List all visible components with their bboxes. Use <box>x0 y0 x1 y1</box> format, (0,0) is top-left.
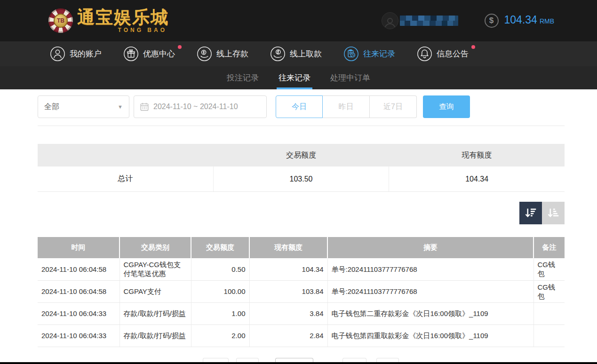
range-button-last7days[interactable]: 近7日 <box>370 95 417 118</box>
cell-amount: 0.50 <box>191 258 249 280</box>
sort-descending-button[interactable] <box>519 202 542 224</box>
cell-amount: 2.00 <box>191 324 249 347</box>
nav-item-my-account[interactable]: 我的账户 <box>50 46 102 62</box>
cell-balance: 2.84 <box>249 324 327 347</box>
range-label: 昨日 <box>339 102 354 112</box>
nav-item-withdraw[interactable]: 线上取款 <box>270 46 322 62</box>
record-subtabs: 投注记录 往来记录 处理中订单 <box>0 66 597 89</box>
deposit-icon <box>197 46 212 62</box>
blurred-username <box>400 16 458 26</box>
tab-processing-orders[interactable]: 处理中订单 <box>329 66 371 89</box>
cell-balance: 104.34 <box>249 258 327 280</box>
type-select-value: 全部 <box>44 102 59 112</box>
col-header-note: 备注 <box>533 237 565 258</box>
nav-item-promotions[interactable]: 优惠中心 <box>123 46 175 62</box>
balance-currency: RMB <box>540 17 554 25</box>
calendar-icon <box>140 102 149 111</box>
col-header-summary: 摘要 <box>327 237 533 258</box>
pagination-button-stub[interactable] <box>236 358 259 362</box>
nav-label: 线上取款 <box>290 48 322 59</box>
nav-label: 信息公告 <box>437 48 469 59</box>
filter-divider <box>38 126 565 126</box>
nav-label: 优惠中心 <box>143 48 175 59</box>
summary-table: 交易额度 现有额度 总计 103.50 104.34 <box>38 144 565 192</box>
range-label: 今日 <box>292 102 307 112</box>
bell-icon <box>417 46 432 62</box>
col-header-balance: 现有额度 <box>249 237 327 258</box>
cell-time: 2024-11-10 06:04:58 <box>38 258 119 280</box>
table-row: 2024-11-10 06:04:58 CGPAY-CG钱包支付笔笔送优惠 0.… <box>38 258 565 280</box>
pagination-button-stub[interactable] <box>203 358 229 362</box>
records-table: 时间 交易类别 交易额度 现有额度 摘要 备注 2024-11-10 06:04… <box>38 237 565 347</box>
notification-dot <box>178 45 182 49</box>
nav-label: 我的账户 <box>70 48 102 59</box>
col-header-time: 时间 <box>38 237 119 258</box>
table-row: 2024-11-10 06:04:33 存款/取款/打码/损益 1.00 3.8… <box>38 302 565 324</box>
summary-header-empty <box>38 144 213 166</box>
cell-time: 2024-11-10 06:04:58 <box>38 280 119 302</box>
balance-amount: 104.34 <box>504 14 537 26</box>
cell-time: 2024-11-10 06:04:33 <box>38 302 119 324</box>
table-row: 2024-11-10 06:04:58 CGPAY支付 100.00 103.8… <box>38 280 565 302</box>
quick-range-group: 今日 昨日 近7日 <box>276 95 417 118</box>
cell-note: CG钱包 <box>533 280 565 302</box>
sort-ascending-icon <box>546 206 560 220</box>
cell-time: 2024-11-10 06:04:33 <box>38 324 119 347</box>
range-button-today[interactable]: 今日 <box>276 95 323 118</box>
subtab-label: 投注记录 <box>227 72 259 83</box>
cell-summary: 电子钱包第二重存款彩金《次日16:00领取》_1109 <box>327 302 533 324</box>
avatar-person-icon <box>383 16 397 29</box>
sort-ascending-button[interactable] <box>542 202 565 224</box>
user-account[interactable] <box>382 12 458 29</box>
cell-balance: 3.84 <box>249 302 327 324</box>
type-select[interactable]: 全部 ▼ <box>38 95 129 118</box>
main-nav: 我的账户 优惠中心 线上存款 线上取款 <box>0 41 597 66</box>
pagination-page-select-stub[interactable] <box>275 358 313 362</box>
tab-transaction-records[interactable]: 往来记录 <box>278 66 311 89</box>
balance: $ 104.34 RMB <box>485 14 554 28</box>
cell-note <box>533 324 565 347</box>
range-label: 近7日 <box>383 102 403 112</box>
pagination-button-stub[interactable] <box>342 358 366 362</box>
records-table-header: 时间 交易类别 交易额度 现有额度 摘要 备注 <box>38 237 565 258</box>
withdraw-icon <box>270 46 286 62</box>
tab-betting-records[interactable]: 投注记录 <box>226 66 260 89</box>
col-header-amount: 交易额度 <box>191 237 249 258</box>
nav-item-deposit[interactable]: 线上存款 <box>197 46 248 62</box>
summary-header-row: 交易额度 现有额度 <box>38 144 565 166</box>
nav-item-transactions[interactable]: 往来记录 <box>343 46 395 62</box>
cell-type: CGPAY支付 <box>119 280 191 302</box>
sort-controls <box>38 202 565 224</box>
header-right: $ 104.34 RMB <box>382 0 554 41</box>
summary-total-transaction-amount: 103.50 <box>213 166 389 191</box>
subtab-label: 处理中订单 <box>330 72 370 83</box>
cell-summary: 单号:202411103777776768 <box>327 280 533 302</box>
summary-header-current-balance: 现有额度 <box>389 144 565 166</box>
date-range-value: 2024-11-10 ~ 2024-11-10 <box>153 103 238 111</box>
brand-text: 通宝娱乐城 TONG BAO <box>77 8 169 33</box>
search-button[interactable]: 查询 <box>423 95 470 118</box>
summary-total-current-balance: 104.34 <box>389 166 565 191</box>
brand-title: 通宝娱乐城 <box>77 8 169 26</box>
range-button-yesterday[interactable]: 昨日 <box>323 95 370 118</box>
subtab-label: 往来记录 <box>279 72 310 83</box>
cell-summary: 单号:202411103777776768 <box>327 258 533 280</box>
cell-amount: 1.00 <box>191 302 249 324</box>
cell-type: 存款/取款/打码/损益 <box>119 302 191 324</box>
sort-descending-icon <box>524 206 538 220</box>
date-range-input[interactable]: 2024-11-10 ~ 2024-11-10 <box>134 95 267 118</box>
summary-header-transaction-amount: 交易额度 <box>213 144 389 166</box>
avatar <box>382 12 398 29</box>
notification-dot <box>471 45 475 49</box>
table-row: 2024-11-10 06:04:33 存款/取款/打码/损益 2.00 2.8… <box>38 324 565 347</box>
nav-item-announcements[interactable]: 信息公告 <box>417 46 469 62</box>
top-header: TB 通宝娱乐城 TONG BAO $ 104.34 RMB <box>0 0 597 41</box>
pagination-button-stub[interactable] <box>376 358 399 362</box>
col-header-type: 交易类别 <box>119 237 191 258</box>
footer-top-edge <box>0 362 597 364</box>
brand-logo[interactable]: TB 通宝娱乐城 TONG BAO <box>48 8 169 33</box>
cell-type: 存款/取款/打码/损益 <box>119 324 191 347</box>
cell-note: CG钱包 <box>533 258 565 280</box>
filter-row: 全部 ▼ 2024-11-10 ~ 2024-11-10 今日 昨日 近7日 <box>38 95 565 118</box>
nav-label: 往来记录 <box>363 48 395 59</box>
